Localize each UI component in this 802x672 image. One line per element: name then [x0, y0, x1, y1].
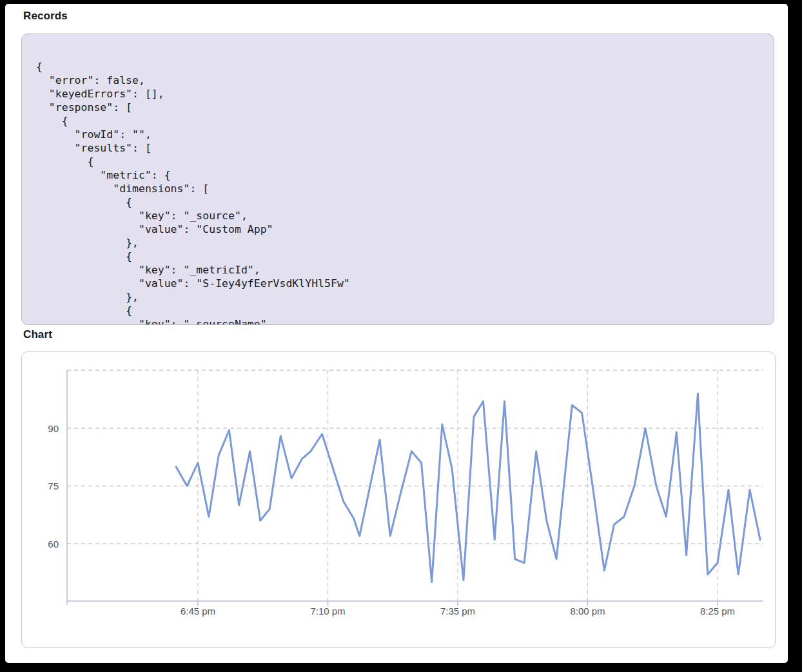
chart-title: Chart: [23, 328, 52, 341]
y-tick-label: 75: [48, 480, 59, 491]
x-tick-label: 6:45 pm: [181, 606, 215, 617]
y-tick-label: 60: [48, 539, 59, 549]
chart-card: 9075606:45 pm7:10 pm7:35 pm8:00 pm8:25 p…: [21, 351, 776, 648]
page: Records { "error": false, "keyedErrors":…: [5, 4, 788, 663]
records-title: Records: [23, 10, 68, 23]
records-panel[interactable]: { "error": false, "keyedErrors": [], "re…: [21, 34, 774, 325]
x-tick-label: 8:00 pm: [570, 606, 605, 617]
x-tick-label: 8:25 pm: [700, 606, 735, 617]
records-code: { "error": false, "keyedErrors": [], "re…: [22, 34, 774, 325]
x-tick-label: 7:10 pm: [310, 606, 345, 617]
x-tick-label: 7:35 pm: [440, 606, 475, 617]
series-line: [176, 393, 760, 582]
y-tick-label: 90: [48, 423, 59, 434]
chart-canvas[interactable]: 9075606:45 pm7:10 pm7:35 pm8:00 pm8:25 p…: [22, 352, 775, 647]
